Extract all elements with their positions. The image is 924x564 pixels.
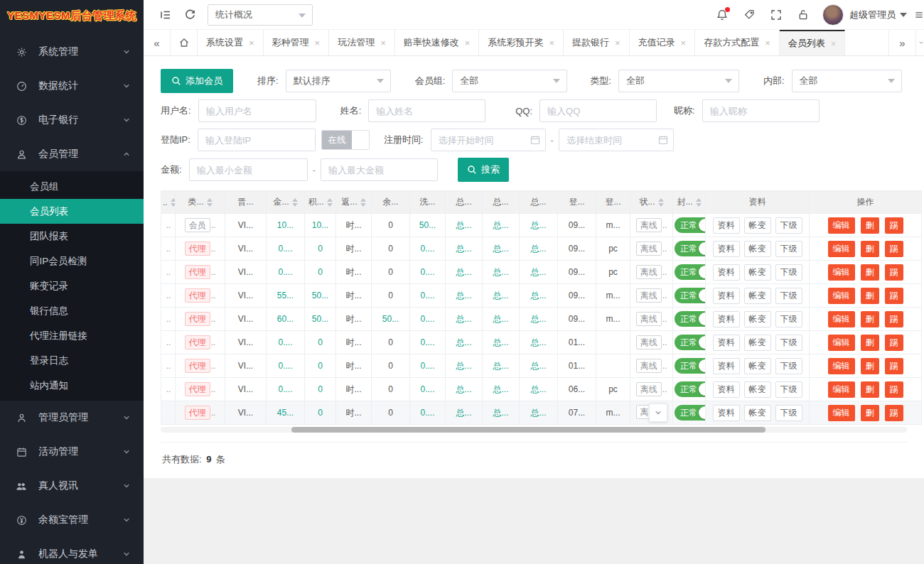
close-icon[interactable]: × [249,38,254,48]
login-ip-input[interactable] [198,129,316,151]
delete-button[interactable]: 删 [861,358,879,374]
delete-button[interactable]: 删 [861,288,879,304]
close-icon[interactable]: × [380,38,386,48]
status-dropdown-open[interactable] [649,403,667,422]
kick-button[interactable]: 踢 [885,264,903,281]
name-input[interactable] [368,99,485,122]
sidebar-subitem-银行信息[interactable]: 银行信息 [0,298,144,323]
account-change-button[interactable]: 帐变 [744,264,771,281]
profile-button[interactable]: 资料 [713,335,740,351]
tabs-scroll-right-button[interactable]: » [888,30,915,55]
profile-button[interactable]: 资料 [713,241,740,257]
sidebar-subitem-会员列表[interactable]: 会员列表 [0,199,144,224]
sidebar-item-系统管理[interactable]: 系统管理 [0,35,144,69]
ban-toggle[interactable]: 正常 [675,381,706,397]
sidebar-item-机器人与发单[interactable]: 机器人与发单 [0,537,144,564]
sidebar-item-电子银行[interactable]: 电子银行 [0,103,144,137]
edit-button[interactable]: 编辑 [828,381,855,398]
account-change-button[interactable]: 帐变 [744,217,771,234]
qq-input[interactable] [539,99,657,122]
sort-icon[interactable] [658,198,664,207]
delete-button[interactable]: 删 [861,264,879,281]
tag-icon[interactable] [737,4,761,26]
member-group-select[interactable]: 全部 [452,70,567,92]
ban-toggle[interactable]: 正常 [675,358,706,374]
tab-赔率快速修改[interactable]: 赔率快速修改× [395,30,480,55]
min-amount-input[interactable] [189,158,308,181]
column-header-13[interactable]: 状... [630,191,673,214]
edit-button[interactable]: 编辑 [828,288,855,304]
tab-玩法管理[interactable]: 玩法管理× [329,30,395,55]
ban-toggle[interactable]: 正常 [675,311,706,327]
sidebar-subitem-同IP会员检测[interactable]: 同IP会员检测 [0,249,144,273]
edit-button[interactable]: 编辑 [828,264,855,281]
ban-toggle[interactable]: 正常 [675,217,706,233]
kick-button[interactable]: 踢 [885,335,903,351]
column-header-14[interactable]: 封... [673,191,706,214]
kick-button[interactable]: 踢 [885,217,903,234]
profile-button[interactable]: 资料 [713,381,740,398]
ban-toggle[interactable]: 正常 [675,335,706,350]
account-change-button[interactable]: 帐变 [744,288,771,304]
sidebar-item-会员管理[interactable]: 会员管理 [0,137,144,171]
ban-toggle[interactable]: 正常 [675,241,706,256]
sidebar-subitem-登录日志[interactable]: 登录日志 [0,348,144,373]
sidebar-subitem-账变记录[interactable]: 账变记录 [0,273,144,298]
more-menu-icon[interactable] [914,9,924,21]
delete-button[interactable]: 删 [861,217,879,234]
profile-button[interactable]: 资料 [713,405,740,421]
tab-存款方式配置[interactable]: 存款方式配置× [695,30,780,55]
tab-系统彩预开奖[interactable]: 系统彩预开奖× [479,30,564,55]
account-change-button[interactable]: 帐变 [744,335,771,351]
home-tab[interactable] [171,30,198,55]
edit-button[interactable]: 编辑 [828,217,855,234]
edit-button[interactable]: 编辑 [828,358,855,374]
ban-toggle[interactable]: 正常 [675,264,706,280]
close-icon[interactable]: × [549,38,554,48]
bell-icon[interactable] [710,4,734,26]
account-change-button[interactable]: 帐变 [744,381,771,398]
scrollbar-thumb[interactable] [291,427,765,433]
sort-icon[interactable] [292,198,298,207]
sidebar-item-数据统计[interactable]: 数据统计 [0,69,144,103]
column-header-1[interactable]: 类... [176,191,225,214]
column-header-3[interactable]: 金... [267,191,305,214]
subordinate-button[interactable]: 下级 [775,381,802,398]
fullscreen-icon[interactable] [764,4,788,26]
end-time-picker[interactable] [559,129,674,151]
close-icon[interactable]: × [465,38,471,48]
kick-button[interactable]: 踢 [885,311,903,327]
add-member-button[interactable]: 添加会员 [161,69,233,93]
subordinate-button[interactable]: 下级 [775,335,802,351]
ban-toggle[interactable]: 正常 [675,288,706,303]
subordinate-button[interactable]: 下级 [775,264,802,281]
close-icon[interactable]: × [681,38,687,48]
delete-button[interactable]: 删 [861,335,879,351]
sort-icon[interactable] [696,198,702,207]
avatar[interactable] [822,4,844,26]
online-toggle[interactable]: 在线 [321,130,370,150]
tab-彩种管理[interactable]: 彩种管理× [264,30,330,55]
account-change-button[interactable]: 帐变 [744,358,771,374]
delete-button[interactable]: 删 [861,381,879,398]
unlock-icon[interactable] [791,4,815,26]
profile-button[interactable]: 资料 [713,217,740,234]
user-menu[interactable]: 超级管理员 [849,9,907,21]
account-change-button[interactable]: 帐变 [744,311,771,327]
profile-button[interactable]: 资料 [713,358,740,374]
type-select[interactable]: 全部 [618,70,739,92]
search-button[interactable]: 搜索 [458,158,509,182]
kick-button[interactable]: 踢 [885,288,903,304]
internal-select[interactable]: 全部 [792,70,902,92]
sidebar-subitem-站内通知[interactable]: 站内通知 [0,373,144,398]
edit-button[interactable]: 编辑 [828,241,855,257]
tab-提款银行[interactable]: 提款银行× [564,30,630,55]
tab-系统设置[interactable]: 系统设置× [198,30,264,55]
username-input[interactable] [198,99,316,122]
profile-button[interactable]: 资料 [713,264,740,281]
delete-button[interactable]: 删 [861,405,879,421]
edit-button[interactable]: 编辑 [828,311,855,327]
subordinate-button[interactable]: 下级 [775,358,802,374]
kick-button[interactable]: 踢 [885,241,903,257]
end-time-input[interactable] [559,129,674,151]
